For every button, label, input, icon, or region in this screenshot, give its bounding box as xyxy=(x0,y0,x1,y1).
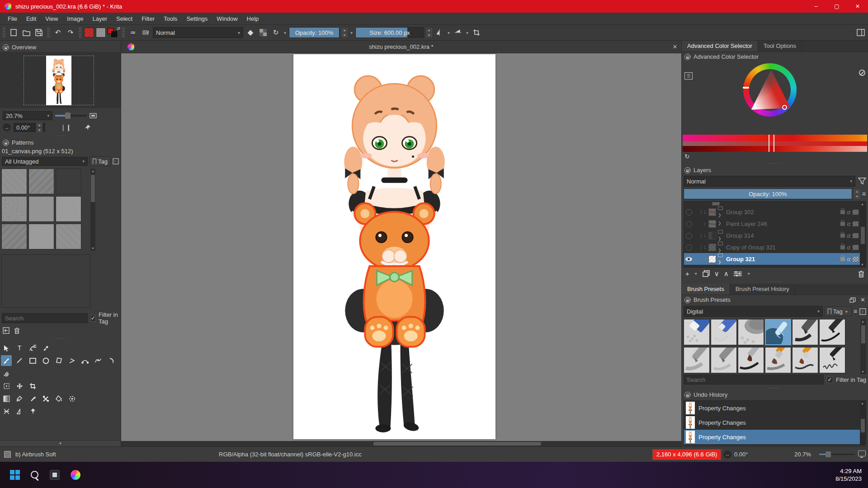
docker-lock-icon[interactable] xyxy=(684,167,691,174)
mirror-vertical-icon[interactable] xyxy=(453,27,463,38)
multibrush-tool[interactable] xyxy=(1,368,12,379)
layer-visibility-icon[interactable] xyxy=(685,221,693,227)
alpha-lock-icon[interactable]: α xyxy=(847,221,850,227)
layer-lock-icon[interactable] xyxy=(840,234,845,238)
docker-splitter[interactable]: ······ xyxy=(682,161,868,165)
tag-button[interactable]: Tag xyxy=(90,156,111,166)
brush-preset-airbrush-large[interactable] xyxy=(738,319,764,345)
dynamic-brush-tool[interactable] xyxy=(106,355,117,366)
status-zoom-slider[interactable] xyxy=(819,454,854,455)
undo-history-item-selected[interactable]: Property Changes xyxy=(684,430,866,444)
pin-docker-icon[interactable] xyxy=(85,124,91,131)
move-layer-up-button[interactable]: ∧ xyxy=(724,270,729,278)
refresh-colors-icon[interactable]: ↻ xyxy=(684,153,690,160)
layer-visibility-icon[interactable] xyxy=(685,244,693,250)
bezier-curve-tool[interactable] xyxy=(80,355,90,366)
brush-preset-paintbrush-wet[interactable] xyxy=(738,347,764,373)
toolbox-expander[interactable]: ▾ xyxy=(0,440,121,446)
duplicate-layer-button[interactable] xyxy=(703,270,710,277)
brush-grid-scrollbar[interactable]: ▲ ▼ xyxy=(860,319,866,374)
move-tool[interactable] xyxy=(14,380,25,391)
chevron-down-icon[interactable]: ▾ xyxy=(349,30,354,35)
scroll-down-icon[interactable]: ▼ xyxy=(860,262,865,267)
chevron-down-icon[interactable]: ▾ xyxy=(694,271,698,276)
redo-icon[interactable]: ↷ xyxy=(65,27,76,38)
polyline-tool[interactable] xyxy=(66,355,77,366)
taskbar-clock[interactable]: 4:29 AM 8/15/2023 xyxy=(835,467,868,483)
freehand-path-tool[interactable] xyxy=(93,355,104,366)
delete-layer-button[interactable] xyxy=(858,270,864,277)
layer-visibility-icon[interactable] xyxy=(685,256,693,262)
scroll-up-icon[interactable]: ▲ xyxy=(860,202,865,206)
colorize-mask-tool[interactable] xyxy=(27,393,38,404)
close-button[interactable]: ✕ xyxy=(847,0,868,13)
foreground-background-colors[interactable]: ⇄ xyxy=(108,27,119,38)
inherit-alpha-icon[interactable] xyxy=(853,210,859,215)
inherit-alpha-icon[interactable] xyxy=(853,233,859,238)
crop-adjust-icon[interactable] xyxy=(471,27,482,38)
line-tool[interactable] xyxy=(14,355,25,366)
docker-lock-icon[interactable] xyxy=(684,392,691,398)
toolbar-grip[interactable] xyxy=(47,28,50,38)
undo-history-item[interactable]: Property Changes xyxy=(684,401,866,415)
scroll-up-icon[interactable]: ▲ xyxy=(860,401,865,406)
layer-row[interactable]: ❘ L ❯ Group 314 α xyxy=(684,230,866,241)
measure-tool[interactable] xyxy=(14,406,25,417)
chevron-down-icon[interactable]: ▾ xyxy=(447,30,451,35)
alpha-lock-icon[interactable]: α xyxy=(847,232,850,239)
docker-lock-icon[interactable] xyxy=(3,44,9,51)
alpha-lock-icon[interactable]: α xyxy=(847,244,850,251)
scroll-down-icon[interactable]: ▼ xyxy=(860,369,865,374)
toolbar-grip[interactable] xyxy=(3,28,5,38)
start-button[interactable] xyxy=(10,470,20,480)
menu-help[interactable]: Help xyxy=(243,14,263,24)
brush-display-mode-icon[interactable]: ≡ xyxy=(854,308,858,315)
scroll-up-icon[interactable]: ▲ xyxy=(90,169,95,174)
brush-preset-paintbrush-orange[interactable] xyxy=(792,347,818,373)
import-resource-icon[interactable] xyxy=(3,327,9,334)
pattern-swatch[interactable] xyxy=(1,196,27,222)
layer-blending-mode-dropdown[interactable]: Normal ▾ xyxy=(684,176,855,187)
inherit-alpha-icon[interactable] xyxy=(853,257,859,262)
fit-page-icon[interactable] xyxy=(90,113,97,119)
docker-splitter[interactable]: ······ xyxy=(682,279,868,284)
scroll-down-icon[interactable]: ▼ xyxy=(90,246,95,251)
brush-tag-filter-dropdown[interactable]: Digital ▾ xyxy=(684,306,823,317)
filter-in-tag-checkbox[interactable]: ✓ xyxy=(90,315,96,322)
move-layer-down-button[interactable]: ∨ xyxy=(714,270,719,278)
pattern-swatch[interactable] xyxy=(56,224,81,249)
menu-edit[interactable]: Edit xyxy=(22,14,40,24)
tab-advanced-color-selector[interactable]: Advanced Color Selector xyxy=(682,41,758,52)
reference-images-tool[interactable] xyxy=(27,406,38,417)
chevron-down-icon[interactable]: ▾ xyxy=(283,30,287,35)
taskbar-krita-icon[interactable] xyxy=(70,469,81,481)
layer-list-scrollbar[interactable]: ▲ ▼ xyxy=(860,202,866,267)
rotation-icon[interactable]: ↔ xyxy=(723,450,731,459)
docker-lock-icon[interactable] xyxy=(684,297,691,303)
brush-config-icon[interactable]: ! xyxy=(859,308,866,315)
brush-search-input[interactable] xyxy=(684,375,824,385)
brush-preset-inking-pen[interactable] xyxy=(819,347,845,373)
new-document-icon[interactable] xyxy=(8,27,19,38)
color-sampler-tool[interactable] xyxy=(14,393,25,404)
layer-visibility-icon[interactable] xyxy=(685,232,693,239)
blending-mode-dropdown[interactable]: Normal ▾ xyxy=(153,27,243,38)
pattern-swatch[interactable] xyxy=(28,196,54,222)
chevron-down-icon[interactable]: ▾ xyxy=(747,271,751,276)
reload-preset-icon[interactable]: ↻ xyxy=(270,27,281,38)
layer-lock-icon[interactable] xyxy=(840,245,845,249)
preserve-alpha-icon[interactable] xyxy=(258,27,269,38)
chevron-down-icon[interactable]: ▾ xyxy=(465,30,469,35)
float-docker-icon[interactable] xyxy=(849,297,856,303)
layer-opacity-spinner[interactable]: ▴▾ xyxy=(854,189,860,199)
docker-splitter[interactable]: ······ xyxy=(0,133,121,138)
menu-view[interactable]: View xyxy=(41,14,62,24)
taskbar-search-icon[interactable] xyxy=(30,470,40,480)
brush-preset-eraser-pencil[interactable] xyxy=(711,319,737,345)
maximize-button[interactable]: ▢ xyxy=(826,0,847,13)
brush-preset-ink-pen[interactable] xyxy=(819,319,845,345)
overview-zoom-dropdown[interactable]: 20.7% ▾ xyxy=(3,111,52,120)
undo-icon[interactable]: ↶ xyxy=(52,27,63,38)
pattern-display-config-icon[interactable]: ! xyxy=(113,158,119,164)
eraser-mode-icon[interactable] xyxy=(245,27,256,38)
